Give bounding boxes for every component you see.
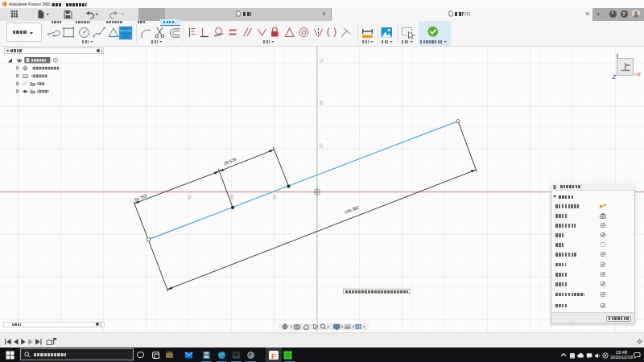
svg-text:50: 50 [319,101,324,105]
svg-text:75: 75 [319,58,324,63]
svg-text:25: 25 [319,143,324,148]
svg-text:-50: -50 [229,194,234,200]
svg-text:-75: -75 [187,194,192,200]
svg-text:-25: -25 [272,194,277,200]
